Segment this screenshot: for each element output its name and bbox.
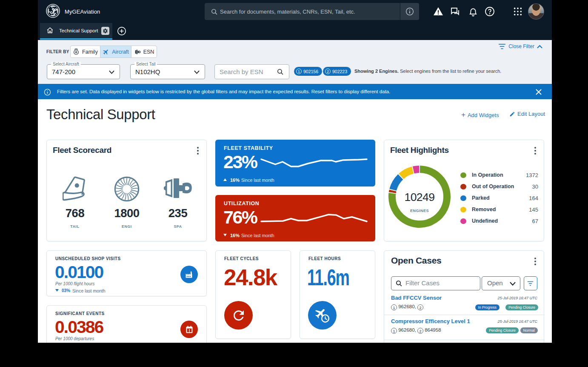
svg-text:ENGINES: ENGINES <box>410 209 429 213</box>
svg-text:10249: 10249 <box>404 191 434 204</box>
